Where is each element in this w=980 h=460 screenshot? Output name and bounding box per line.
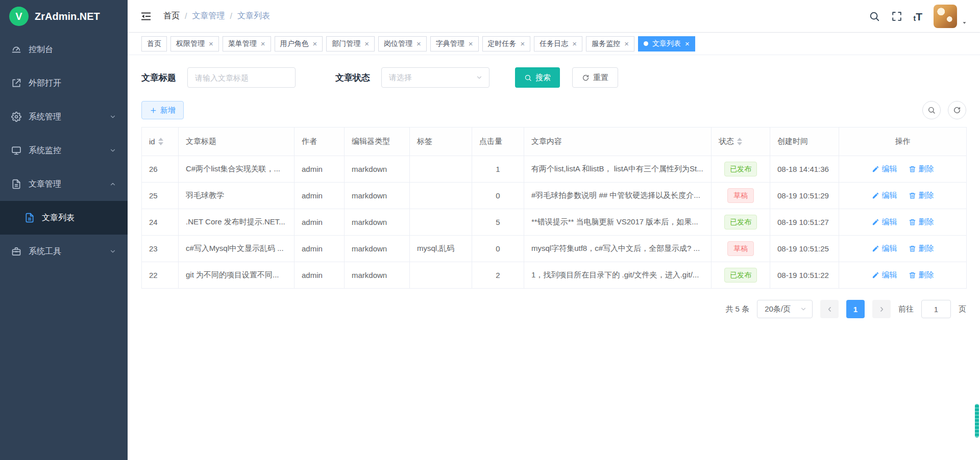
edit-icon [872,165,879,173]
edit-icon [872,192,879,199]
user-avatar[interactable] [934,5,957,28]
edit-icon [872,271,879,279]
tab-close-icon[interactable]: × [261,39,265,48]
delete-link[interactable]: 删除 [909,217,934,227]
tab-dept[interactable]: 部门管理× [326,36,375,52]
cell-title: 羽毛球教学 [179,183,295,209]
cell-hits: 0 [472,236,524,262]
sidebar-collapse-button[interactable] [140,10,152,22]
tab-label: 任务日志 [540,39,568,48]
delete-link[interactable]: 删除 [909,191,934,200]
tab-article-list[interactable]: 文章列表× [638,36,695,52]
table-toolbar: 新增 [141,101,966,119]
refresh-table-button[interactable] [948,101,966,119]
article-status-select[interactable]: 请选择 [381,67,489,88]
search-icon[interactable] [869,11,880,22]
tab-permission[interactable]: 权限管理× [170,36,219,52]
edit-link[interactable]: 编辑 [872,244,897,253]
tab-close-icon[interactable]: × [572,39,577,48]
sidebar-item-article-management[interactable]: 文章管理 [0,167,128,201]
add-button[interactable]: 新增 [141,101,184,119]
sidebar-menu: 控制台外部打开系统管理系统监控文章管理文章列表系统工具 [0,33,128,460]
sidebar-item-external-open[interactable]: 外部打开 [0,66,128,100]
tab-menu[interactable]: 菜单管理× [223,36,271,52]
sidebar-item-console[interactable]: 控制台 [0,33,128,66]
prev-page-button[interactable] [820,300,839,318]
font-size-big-glyph: T [916,11,922,22]
cell-author: admin [295,156,345,183]
tab-close-icon[interactable]: × [521,39,525,48]
scrollbar-thumb[interactable] [975,404,979,438]
goto-page-input[interactable] [921,300,951,318]
column-header-tags: 标签 [410,127,472,156]
tab-close-icon[interactable]: × [416,39,421,48]
page-size-select[interactable]: 20条/页 [757,300,813,318]
reset-button[interactable]: 重置 [572,67,618,88]
delete-link[interactable]: 删除 [909,244,934,253]
tab-dict[interactable]: 字典管理× [430,36,479,52]
cell-content: #羽毛球拍参数说明 ## 中管软硬选择以及长度介... [524,183,712,209]
toggle-search-button[interactable] [922,101,941,119]
sidebar-item-system-management[interactable]: 系统管理 [0,100,128,134]
tab-task-log[interactable]: 任务日志× [534,36,582,52]
sort-icon[interactable] [158,138,163,145]
edit-link-label: 编辑 [882,191,897,200]
delete-link-label: 删除 [919,217,934,227]
font-size-icon[interactable]: tT [914,11,923,22]
tab-timed-task[interactable]: 定时任务× [482,36,531,52]
column-header-content: 文章内容 [524,127,712,156]
status-badge: 草稿 [727,188,754,203]
sidebar-item-label: 控制台 [29,44,53,55]
edit-link[interactable]: 编辑 [872,217,897,227]
edit-link[interactable]: 编辑 [872,191,897,200]
search-button-label: 搜索 [535,73,551,83]
tab-close-icon[interactable]: × [364,39,369,48]
tab-post[interactable]: 岗位管理× [378,36,427,52]
cell-id: 26 [142,156,179,183]
fullscreen-icon[interactable] [891,11,902,22]
tab-close-icon[interactable]: × [469,39,473,48]
edit-link[interactable]: 编辑 [872,270,897,280]
tab-close-icon[interactable]: × [313,39,317,48]
refresh-icon [953,106,961,114]
search-button[interactable]: 搜索 [515,67,560,88]
tab-close-icon[interactable]: × [685,39,690,48]
tab-user-role[interactable]: 用户角色× [275,36,323,52]
next-page-button[interactable] [872,300,891,318]
tab-service-monitor[interactable]: 服务监控× [586,36,634,52]
edit-link-label: 编辑 [882,217,897,227]
tab-close-icon[interactable]: × [209,39,213,48]
app-root: V ZrAdmin.NET 控制台外部打开系统管理系统监控文章管理文章列表系统工… [0,0,980,460]
sort-icon[interactable] [737,138,742,145]
column-header-id[interactable]: id [142,127,179,156]
tab-home[interactable]: 首页 [141,36,167,52]
active-tab-dot [644,41,648,46]
page-number-1[interactable]: 1 [846,300,865,318]
cell-author: admin [295,236,345,262]
table-row: 24.NET Core 发布时提示.NET...adminmarkdown5**… [142,209,967,236]
column-header-created: 创建时间 [770,127,839,156]
chevron-right-icon [878,305,886,313]
sidebar-item-system-monitor[interactable]: 系统监控 [0,134,128,167]
sidebar-item-article-list[interactable]: 文章列表 [0,201,128,235]
column-header-hits: 点击量 [472,127,524,156]
column-header-status[interactable]: 状态 [712,127,770,156]
breadcrumb-item[interactable]: 文章管理 [192,11,225,21]
cell-tags [410,183,472,209]
delete-link[interactable]: 删除 [909,164,934,174]
cell-hits: 1 [472,156,524,183]
caret-down-icon[interactable] [961,19,968,26]
sidebar-item-label: 文章列表 [42,213,75,223]
page-unit-label: 页 [959,304,966,314]
column-label: 创建时间 [777,137,808,146]
edit-link[interactable]: 编辑 [872,164,897,174]
chevron-up-icon [109,181,116,188]
edit-link-label: 编辑 [882,270,897,280]
tab-close-icon[interactable]: × [624,39,629,48]
delete-link-label: 删除 [919,244,934,253]
article-title-input[interactable] [187,67,296,88]
breadcrumb-item[interactable]: 首页 [163,11,180,21]
delete-link[interactable]: 删除 [909,270,934,280]
cell-author: admin [295,262,345,289]
sidebar-item-system-tools[interactable]: 系统工具 [0,235,128,268]
